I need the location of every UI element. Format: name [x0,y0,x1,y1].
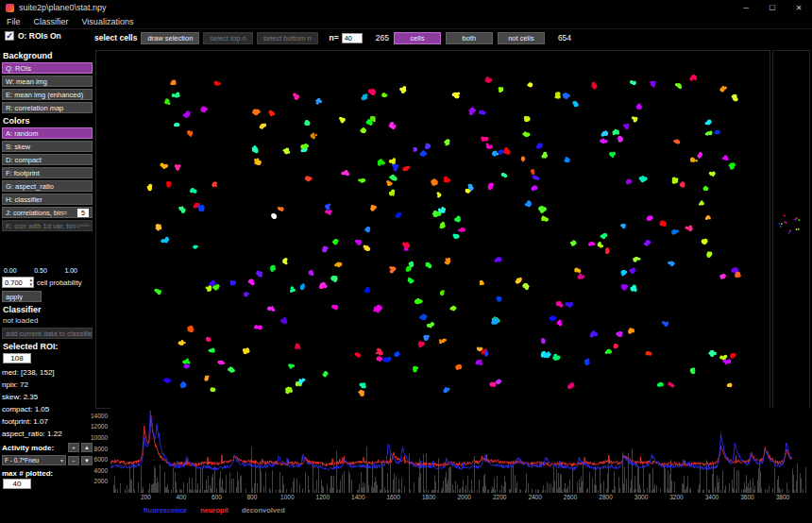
y-tick-8000: 8000 [94,446,108,452]
roi-zoom-view[interactable] [772,50,810,409]
background-button-list: Q: ROIsW: mean imgE: mean img (enhanced)… [2,62,93,113]
suite2p-window: suite2p\plane0\stat.npy ─ ☐ ✕ FileClassi… [0,0,812,523]
background-button-3[interactable]: R: correlation map [2,102,93,113]
x-tick-2800: 2800 [599,494,612,500]
roi-stat-0: med: [238, 152] [2,366,93,379]
roi-stat-4: footprint: 1.07 [2,415,93,428]
cells-button[interactable]: cells [394,32,441,44]
activity-mode-select[interactable]: F - 0.7*Fneu ▾ [2,455,66,465]
color-button-5-label: H: classifier [6,195,42,204]
x-tick-3400: 3400 [705,494,719,500]
colorbar-label-2: 1.00 [64,267,77,274]
left-sidebar: Background Q: ROIsW: mean imgE: mean img… [0,48,94,523]
x-tick-2400: 2400 [528,494,541,500]
sidebar-spacer [2,233,93,267]
draw-selection-button[interactable]: draw selection [141,32,199,44]
trace-plot[interactable] [110,408,809,493]
max-plotted-input[interactable] [3,479,31,489]
apply-button[interactable]: apply [2,291,42,302]
background-button-0-label: Q: ROIs [6,64,31,73]
roi-stat-2: skew: 2.35 [2,391,93,403]
color-button-6[interactable]: J: correlations, bin= [2,207,93,218]
legend-fluorescence: fluorescence [144,506,187,515]
color-button-7-label: K: corr with 1d var, bin=^^^ [6,222,90,230]
title-bar: suite2p\plane0\stat.npy ─ ☐ ✕ [0,0,812,15]
window-controls: ─ ☐ ✕ [733,0,812,15]
menu-visualizations[interactable]: Visualizations [76,17,141,26]
spin-down-icon[interactable]: ▾ [29,282,32,287]
color-button-2-label: D: compact [6,156,42,164]
select-bottom-n-button: select bottom n [257,32,318,44]
x-tick-2200: 2200 [493,494,506,500]
x-tick-1000: 1000 [280,494,294,500]
color-button-1[interactable]: S: skew [2,141,93,152]
x-tick-3800: 3800 [776,494,789,500]
menu-classifier[interactable]: Classifier [27,17,76,26]
color-button-6-label: J: correlations, bin= [6,209,67,217]
n-input[interactable] [342,33,363,43]
x-tick-3200: 3200 [669,494,683,500]
background-button-0[interactable]: Q: ROIs [2,62,93,74]
maximize-icon[interactable]: ☐ [759,0,786,15]
x-tick-1800: 1800 [422,494,435,500]
y-tick-2000: 2000 [94,478,108,484]
y-tick-10000: 10000 [91,434,108,441]
both-button[interactable]: both [446,32,493,44]
roi-field-view[interactable] [95,50,770,409]
menu-bar: FileClassifierVisualizations [0,15,812,29]
rois-on-label: O: ROIs On [18,31,61,41]
n-label: n= [330,33,339,42]
background-button-1[interactable]: W: mean img [2,76,93,87]
select-cells-label: select cells [94,33,137,42]
spinner-arrows-icon[interactable]: ▴▾ [29,278,33,287]
cell-probability-spinbox[interactable]: 0.700 ▴▾ [2,277,34,288]
colors-header: Colors [3,116,92,126]
color-button-3[interactable]: F: footprint [2,167,93,178]
roi-stat-1: npix: 72 [2,379,93,391]
cell-probability-row: 0.700 ▴▾ cell probability [2,277,93,288]
roi-stats: med: [238, 152]npix: 72skew: 2.35compact… [2,366,93,440]
color-button-list: A: randomS: skewD: compactF: footprintG:… [2,127,93,231]
selected-roi-header: Selected ROI: [3,342,92,351]
background-button-2[interactable]: E: mean img (enhanced) [2,89,93,100]
activity-mode-value: F - 0.7*Fneu [5,457,39,464]
minimize-icon[interactable]: ─ [733,0,759,15]
dropdown-arrow-icon: ▾ [60,457,63,464]
x-tick-2000: 2000 [457,494,470,500]
not-cells-count: 654 [558,33,571,42]
selected-roi-input[interactable] [3,353,31,363]
color-button-0[interactable]: A: random [2,127,93,139]
x-tick-1400: 1400 [351,494,364,500]
x-tick-200: 200 [141,494,151,500]
color-button-4-label: G: aspect_ratio [6,182,54,191]
x-tick-3600: 3600 [740,494,753,500]
menu-file[interactable]: File [0,17,27,26]
color-button-2[interactable]: D: compact [2,154,93,165]
close-icon[interactable]: ✕ [786,0,812,15]
trace-y-axis: 1400012000100008000600040002000 [91,408,110,493]
cell-probability-value: 0.700 [3,278,29,287]
color-button-5[interactable]: H: classifier [2,194,93,205]
trace-zoom-minus-button[interactable]: − [68,456,79,465]
app-icon [6,4,14,12]
background-header: Background [3,51,92,60]
x-tick-3000: 3000 [634,494,648,500]
max-plotted-label: max # plotted: [2,469,93,478]
legend-neuropil: neuropil [200,506,228,515]
classifier-status: not loaded [3,316,92,325]
not-cells-button[interactable]: not cells [498,32,545,44]
colorbar-labels: 0.000.501.00 [4,267,77,274]
y-tick-12000: 12000 [91,423,108,430]
background-button-3-label: R: correlation map [6,104,63,112]
trace-legend: fluorescenceneuropildeconvolved [144,506,285,515]
rois-on-checkbox[interactable]: ✓ [5,31,14,41]
color-button-4[interactable]: G: aspect_ratio [2,180,93,192]
color-button-6-input[interactable] [77,209,89,217]
x-tick-2600: 2600 [564,494,577,500]
y-tick-4000: 4000 [94,467,108,474]
trace-zoom-plus-button[interactable]: + [68,443,79,452]
activity-mode-label: Activity mode: [2,444,66,452]
cell-probability-label: cell probability [37,278,82,287]
color-button-1-label: S: skew [6,143,30,151]
trace-x-axis: 2004006008001000120014001600180020002200… [110,494,809,501]
